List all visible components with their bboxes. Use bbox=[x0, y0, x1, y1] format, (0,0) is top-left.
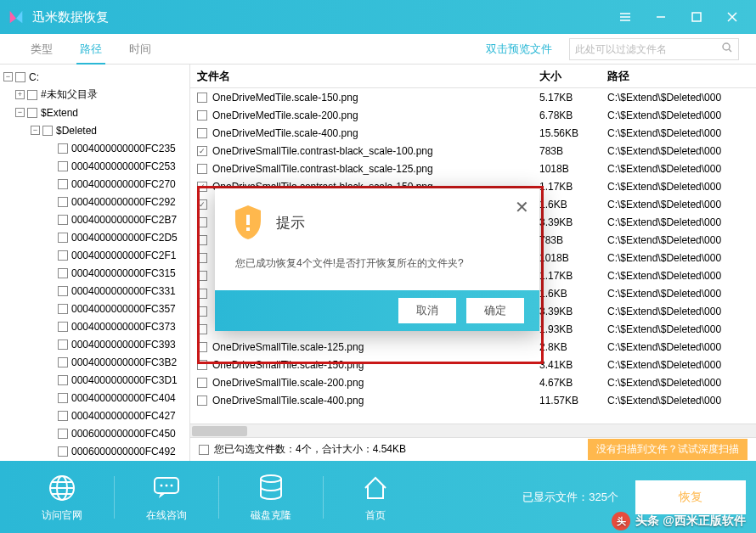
file-checkbox[interactable] bbox=[197, 146, 207, 156]
file-checkbox[interactable] bbox=[197, 110, 207, 121]
file-path: C:\$Extend\$Deleted\000 bbox=[607, 306, 756, 317]
tree-leaf[interactable]: 0006000000000FC450 bbox=[0, 424, 189, 442]
file-path: C:\$Extend\$Deleted\000 bbox=[607, 395, 756, 407]
maximize-button[interactable] bbox=[680, 0, 714, 34]
minimize-button[interactable] bbox=[644, 0, 678, 34]
tree-leaf[interactable]: 0004000000000FC427 bbox=[0, 407, 189, 424]
tree-leaf[interactable]: 0004000000000FC253 bbox=[0, 157, 189, 175]
file-checkbox[interactable] bbox=[197, 164, 207, 174]
file-name: OneDriveMedTile.scale-150.png bbox=[212, 92, 539, 104]
tab-type[interactable]: 类型 bbox=[17, 34, 66, 65]
sidebar-tree[interactable]: −C: +#未知父目录 −$Extend −$Deleted 000400000… bbox=[0, 65, 190, 461]
tree-leaf[interactable]: 0004000000000FC2F1 bbox=[0, 246, 189, 264]
file-checkbox[interactable] bbox=[197, 378, 207, 388]
file-path: C:\$Extend\$Deleted\000 bbox=[607, 163, 756, 175]
svg-rect-9 bbox=[246, 215, 250, 225]
tree-leaf[interactable]: 0004000000000FC404 bbox=[0, 389, 189, 407]
dialog-message: 您已成功恢复4个文件!是否打开恢复所在的文件夹? bbox=[235, 256, 522, 271]
svg-rect-0 bbox=[692, 13, 701, 21]
tree-leaf[interactable]: 0004000000000FC357 bbox=[0, 300, 189, 317]
file-size: 783B bbox=[539, 145, 607, 157]
file-path: C:\$Extend\$Deleted\000 bbox=[607, 377, 756, 389]
file-row[interactable]: OneDriveMedTile.scale-150.png5.17KBC:\$E… bbox=[190, 88, 756, 106]
search-icon[interactable] bbox=[721, 42, 733, 57]
tree-leaf[interactable]: 0004000000000FC2D5 bbox=[0, 228, 189, 246]
file-size: 1.17KB bbox=[539, 270, 607, 282]
file-size: 3.39KB bbox=[539, 306, 607, 317]
tree-leaf[interactable]: 0004000000000FC373 bbox=[0, 317, 189, 335]
shield-icon bbox=[232, 204, 264, 241]
tree-leaf[interactable]: 0006000000000FC505 bbox=[0, 460, 189, 461]
dialog-cancel-button[interactable]: 取消 bbox=[398, 298, 456, 323]
tree-root[interactable]: −C: bbox=[0, 68, 189, 86]
file-path: C:\$Extend\$Deleted\000 bbox=[607, 323, 756, 335]
tree-leaf[interactable]: 0004000000000FC3D1 bbox=[0, 371, 189, 389]
watermark: 头 头条 @西米正版软件 bbox=[612, 512, 746, 530]
tree-node[interactable]: −$Extend bbox=[0, 104, 189, 121]
col-size[interactable]: 大小 bbox=[539, 69, 607, 84]
file-size: 3.41KB bbox=[539, 359, 607, 371]
file-path: C:\$Extend\$Deleted\000 bbox=[607, 199, 756, 210]
file-checkbox[interactable] bbox=[197, 396, 207, 406]
chat-icon bbox=[152, 471, 181, 505]
action-clone[interactable]: 磁盘克隆 bbox=[219, 471, 323, 523]
select-all-checkbox[interactable] bbox=[199, 445, 209, 455]
tree-leaf[interactable]: 0004000000000FC2B7 bbox=[0, 210, 189, 228]
tree-leaf[interactable]: 0004000000000FC393 bbox=[0, 335, 189, 353]
tree-leaf[interactable]: 0004000000000FC331 bbox=[0, 282, 189, 300]
tree-leaf[interactable]: 0006000000000FC492 bbox=[0, 442, 189, 460]
file-name: OneDriveMedTile.scale-400.png bbox=[212, 127, 539, 139]
tree-leaf[interactable]: 0004000000000FC315 bbox=[0, 264, 189, 282]
file-row[interactable]: OneDriveMedTile.scale-200.png6.78KBC:\$E… bbox=[190, 106, 756, 124]
tab-time[interactable]: 时间 bbox=[116, 34, 165, 65]
file-row[interactable]: OneDriveSmallTile.scale-400.png11.57KBC:… bbox=[190, 391, 756, 409]
tree-node[interactable]: −$Deleted bbox=[0, 121, 189, 139]
action-website[interactable]: 访问官网 bbox=[10, 471, 114, 523]
file-path: C:\$Extend\$Deleted\000 bbox=[607, 92, 756, 104]
file-checkbox[interactable] bbox=[197, 128, 207, 138]
action-chat[interactable]: 在线咨询 bbox=[115, 471, 218, 523]
file-name: OneDriveSmallTile.contrast-black_scale-1… bbox=[212, 163, 539, 175]
deep-scan-link[interactable]: 没有扫描到文件？试试深度扫描 bbox=[588, 439, 748, 460]
recover-button[interactable]: 恢复 bbox=[635, 480, 746, 514]
horizontal-scrollbar[interactable] bbox=[190, 424, 756, 437]
tree-leaf[interactable]: 0004000000000FC270 bbox=[0, 175, 189, 193]
file-row[interactable]: OneDriveSmallTile.scale-200.png4.67KBC:\… bbox=[190, 373, 756, 391]
svg-point-1 bbox=[723, 43, 730, 50]
file-size: 4.67KB bbox=[539, 377, 607, 389]
dialog-close-icon[interactable]: ✕ bbox=[515, 197, 529, 217]
file-name: OneDriveSmallTile.scale-200.png bbox=[212, 377, 539, 389]
tree-leaf[interactable]: 0004000000000FC3B2 bbox=[0, 353, 189, 371]
file-size: 15.56KB bbox=[539, 127, 607, 139]
file-size: 11.57KB bbox=[539, 395, 607, 407]
action-home[interactable]: 首页 bbox=[324, 471, 427, 523]
summary-text: 您已勾选文件数：4个，合计大小：4.54KB bbox=[214, 442, 406, 457]
disk-icon bbox=[258, 471, 284, 505]
tree-leaf[interactable]: 0004000000000FC235 bbox=[0, 139, 189, 157]
file-name: OneDriveMedTile.scale-200.png bbox=[212, 109, 539, 121]
file-checkbox[interactable] bbox=[197, 93, 207, 103]
search-input[interactable] bbox=[575, 43, 721, 55]
table-header: 文件名 大小 路径 bbox=[190, 65, 756, 88]
tab-path[interactable]: 路径 bbox=[66, 34, 116, 65]
file-path: C:\$Extend\$Deleted\000 bbox=[607, 145, 756, 157]
file-size: 1018B bbox=[539, 252, 607, 264]
app-logo-icon bbox=[7, 8, 25, 26]
file-path: C:\$Extend\$Deleted\000 bbox=[607, 288, 756, 300]
col-path[interactable]: 路径 bbox=[607, 69, 756, 84]
close-button[interactable] bbox=[715, 0, 749, 34]
file-row[interactable]: OneDriveSmallTile.contrast-black_scale-1… bbox=[190, 160, 756, 177]
file-size: 1.6KB bbox=[539, 288, 607, 300]
menu-icon[interactable] bbox=[608, 0, 642, 34]
file-row[interactable]: OneDriveSmallTile.contrast-black_scale-1… bbox=[190, 142, 756, 160]
tree-node[interactable]: +#未知父目录 bbox=[0, 86, 189, 104]
search-wrap bbox=[569, 38, 739, 60]
svg-point-6 bbox=[166, 485, 168, 487]
status-shown: 已显示文件：325个 bbox=[522, 490, 618, 505]
dialog-ok-button[interactable]: 确定 bbox=[466, 298, 524, 323]
col-filename[interactable]: 文件名 bbox=[197, 69, 539, 84]
preview-hint: 双击预览文件 bbox=[486, 42, 552, 57]
tree-leaf[interactable]: 0004000000000FC292 bbox=[0, 193, 189, 210]
file-row[interactable]: OneDriveMedTile.scale-400.png15.56KBC:\$… bbox=[190, 124, 756, 142]
file-size: 2.8KB bbox=[539, 341, 607, 353]
